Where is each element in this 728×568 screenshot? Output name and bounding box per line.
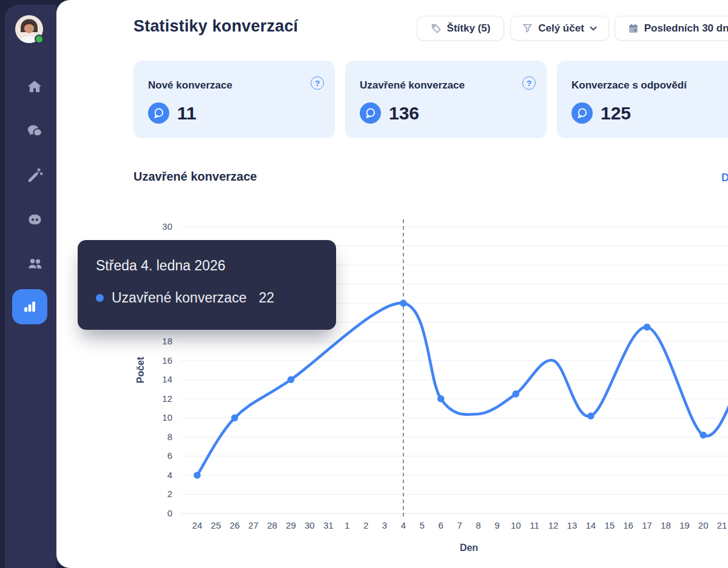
- svg-text:4: 4: [167, 470, 172, 480]
- svg-text:27: 27: [248, 520, 258, 530]
- svg-text:1: 1: [345, 520, 349, 530]
- tags-filter-button[interactable]: Štítky (5): [417, 16, 504, 41]
- svg-text:16: 16: [623, 520, 633, 530]
- interval-selector[interactable]: Den: [721, 172, 728, 184]
- svg-text:17: 17: [642, 520, 652, 530]
- svg-text:8: 8: [476, 520, 480, 530]
- sidebar-item-chatbot[interactable]: [22, 207, 47, 232]
- help-icon[interactable]: ?: [522, 76, 536, 90]
- svg-text:11: 11: [530, 520, 539, 530]
- stat-card-value: 11: [177, 103, 197, 124]
- date-range-label: Posledních 30 dní: [644, 22, 728, 35]
- svg-text:13: 13: [567, 520, 578, 530]
- svg-text:5: 5: [420, 520, 425, 530]
- date-range-button[interactable]: Posledních 30 dní: [615, 16, 728, 41]
- svg-text:20: 20: [698, 520, 709, 530]
- svg-text:26: 26: [229, 520, 240, 530]
- tags-filter-label: Štítky (5): [447, 22, 491, 35]
- stat-card-title: Uzavřené konverzace: [360, 79, 465, 92]
- tooltip-series-label: Uzavřené konverzace: [112, 289, 246, 306]
- chevron-down-icon: [590, 26, 597, 31]
- svg-text:30: 30: [162, 221, 172, 232]
- chart-section-title: Uzavřené konverzace: [133, 170, 257, 184]
- stat-card-new-conversations: Nové konverzace ? 11: [133, 61, 335, 138]
- magic-wand-icon: [27, 167, 43, 184]
- tag-icon: [431, 23, 442, 34]
- svg-text:15: 15: [604, 520, 615, 530]
- sidebar-item-statistics[interactable]: [12, 289, 47, 324]
- svg-text:Den: Den: [460, 543, 478, 553]
- svg-text:10: 10: [511, 520, 521, 530]
- svg-text:0: 0: [167, 508, 172, 518]
- svg-text:Počet: Počet: [135, 356, 146, 383]
- svg-text:19: 19: [679, 520, 690, 530]
- sidebar-item-conversations[interactable]: [22, 118, 47, 144]
- chat-bubble-icon: [148, 102, 169, 124]
- svg-text:8: 8: [167, 432, 172, 442]
- chat-icon: [27, 123, 43, 139]
- robot-icon: [27, 212, 43, 228]
- svg-text:6: 6: [167, 450, 172, 461]
- svg-text:7: 7: [457, 520, 462, 530]
- tooltip-series-value: 22: [258, 289, 274, 306]
- sidebar: [5, 5, 56, 568]
- svg-text:9: 9: [494, 520, 499, 530]
- sidebar-item-automation[interactable]: [22, 162, 47, 188]
- tooltip-date: Středa 4. ledna 2026: [96, 257, 318, 274]
- stat-card-title: Nové konverzace: [148, 79, 232, 92]
- svg-text:24: 24: [192, 520, 203, 530]
- stat-card-answered-conversations: Konverzace s odpovědí ? 125: [557, 61, 728, 138]
- svg-text:12: 12: [162, 393, 172, 404]
- svg-text:2: 2: [167, 489, 172, 499]
- stat-card-title: Konverzace s odpovědí: [571, 79, 687, 92]
- svg-text:10: 10: [162, 412, 172, 423]
- stat-card-closed-conversations: Uzavřené konverzace ? 136: [345, 61, 547, 138]
- svg-text:18: 18: [661, 520, 671, 530]
- svg-text:3: 3: [382, 520, 387, 530]
- stat-card-value: 136: [389, 103, 419, 124]
- users-icon: [27, 255, 43, 272]
- bar-chart-icon: [21, 298, 39, 316]
- user-avatar[interactable]: [15, 15, 43, 43]
- app-window: Statistiky konverzací Štítky (5) Celý úč…: [0, 0, 728, 568]
- svg-text:2: 2: [363, 520, 368, 530]
- online-status-dot: [35, 35, 44, 44]
- account-filter-label: Celý účet: [538, 22, 584, 35]
- svg-text:16: 16: [162, 355, 172, 366]
- home-icon: [27, 79, 42, 95]
- svg-text:14: 14: [162, 374, 172, 384]
- svg-text:14: 14: [585, 520, 596, 530]
- chart-tooltip: Středa 4. ledna 2026 Uzavřené konverzace…: [78, 240, 336, 330]
- svg-text:30: 30: [305, 520, 315, 530]
- filter-icon: [522, 23, 533, 33]
- series-dot-icon: [96, 294, 104, 302]
- help-icon[interactable]: ?: [311, 76, 324, 90]
- chat-bubble-icon: [571, 102, 593, 124]
- stat-card-value: 125: [601, 103, 631, 124]
- sidebar-item-home[interactable]: [22, 74, 47, 99]
- svg-text:4: 4: [401, 520, 406, 530]
- svg-text:31: 31: [323, 520, 334, 530]
- svg-text:21: 21: [717, 520, 727, 530]
- svg-text:25: 25: [211, 520, 221, 530]
- page-title: Statistiky konverzací: [133, 17, 298, 36]
- sidebar-item-contacts[interactable]: [22, 250, 47, 276]
- interval-label: Den: [721, 172, 728, 184]
- svg-text:28: 28: [267, 520, 277, 530]
- calendar-icon: [628, 23, 639, 34]
- svg-text:6: 6: [438, 520, 443, 530]
- svg-text:18: 18: [162, 336, 172, 346]
- svg-text:29: 29: [286, 520, 296, 530]
- svg-text:12: 12: [548, 520, 559, 530]
- chat-bubble-icon: [360, 102, 381, 124]
- account-filter-button[interactable]: Celý účet: [510, 16, 609, 41]
